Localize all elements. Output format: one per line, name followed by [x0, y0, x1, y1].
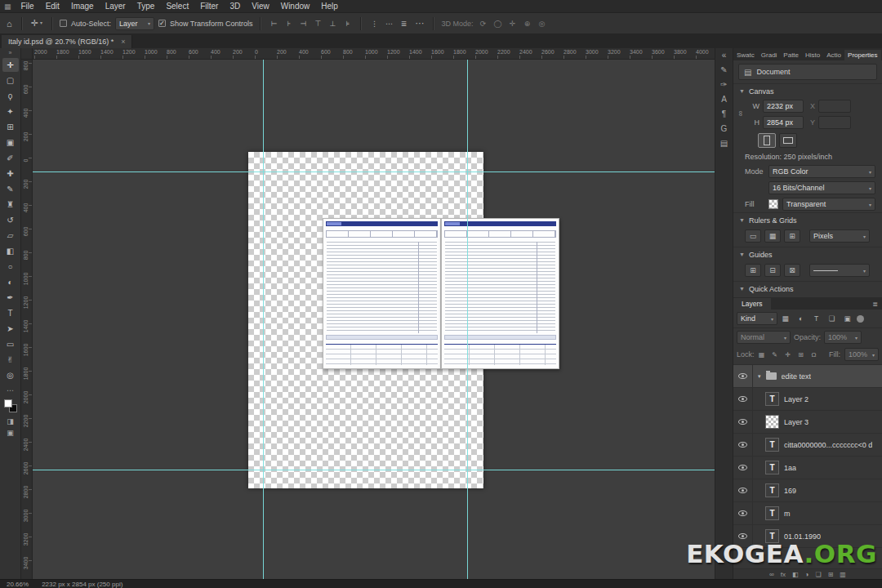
chevron-down-icon[interactable]: ▾	[758, 373, 761, 380]
menu-item-layer[interactable]: Layer	[100, 0, 131, 12]
tab-histo[interactable]: Histo	[802, 50, 823, 60]
visibility-toggle[interactable]	[733, 434, 753, 456]
visibility-toggle[interactable]	[733, 365, 753, 387]
visibility-toggle[interactable]	[733, 411, 753, 433]
tab-properties[interactable]: Properties	[844, 50, 880, 60]
color-mode-select[interactable]: RGB Color ▾	[768, 165, 875, 178]
align-left-icon[interactable]: ⊢	[268, 20, 279, 28]
visibility-toggle[interactable]	[733, 502, 753, 524]
menu-item-select[interactable]: Select	[160, 0, 194, 12]
visibility-toggle[interactable]	[733, 457, 753, 479]
section-rulers-grids[interactable]: ▼ Rulers & Grids	[733, 212, 882, 227]
new-guide-icon[interactable]: ⊞	[745, 264, 761, 277]
slide-3d-icon[interactable]: ⊕	[522, 20, 533, 28]
clone-stamp-tool-icon[interactable]: ♜	[2, 198, 19, 212]
document-preview-page-2[interactable]	[441, 218, 559, 369]
brush-settings-icon[interactable]: ✎	[720, 65, 727, 74]
scale-3d-icon[interactable]: ◎	[537, 20, 548, 28]
align-center-v-icon[interactable]: ⊥	[327, 20, 338, 28]
eraser-tool-icon[interactable]: ▱	[2, 229, 19, 243]
layer-row[interactable]: ▾edite text	[733, 365, 882, 388]
pen-tool-icon[interactable]: ✒	[2, 291, 19, 305]
distribute-spacing-icon[interactable]: ≣	[398, 20, 409, 28]
move-tool-icon[interactable]: ✛	[2, 58, 19, 72]
lasso-tool-icon[interactable]: ϙ	[2, 89, 19, 103]
guide-horizontal-1[interactable]	[33, 172, 715, 172]
roll-3d-icon[interactable]: ◯	[492, 20, 504, 28]
guide-style-select[interactable]: ▾	[809, 264, 870, 277]
link-layers-icon[interactable]: ∞	[769, 571, 774, 578]
hand-tool-icon[interactable]: ✌	[2, 353, 19, 367]
adjustment-layer-icon[interactable]: ◑	[805, 571, 809, 578]
canvas-height-input[interactable]: 2854 px	[763, 116, 804, 129]
align-right-icon[interactable]: ⊣	[297, 20, 309, 28]
menu-item-file[interactable]: File	[16, 0, 40, 12]
menu-item-image[interactable]: Image	[65, 0, 100, 12]
eyedropper-tool-icon[interactable]: ✐	[2, 151, 19, 165]
home-icon[interactable]: ⌂	[5, 19, 14, 29]
auto-select-target-select[interactable]: Layer ▾	[115, 17, 154, 30]
bit-depth-select[interactable]: 16 Bits/Channel ▾	[768, 181, 875, 194]
new-layer-icon[interactable]: ⊞	[828, 571, 834, 578]
distribute-vertical-icon[interactable]: ⋯	[383, 20, 394, 28]
landscape-orientation-button[interactable]	[779, 133, 797, 148]
magic-wand-tool-icon[interactable]: ✦	[2, 105, 19, 118]
lock-all-icon[interactable]: Ω	[809, 351, 819, 359]
layer-row[interactable]: TLayer 2	[733, 388, 882, 411]
path-selection-tool-icon[interactable]: ➤	[2, 322, 19, 336]
horizontal-ruler[interactable]: 2000180016001400120010008006004002000200…	[33, 48, 715, 60]
align-bottom-icon[interactable]: ⊧	[341, 20, 353, 28]
guide-vertical-1[interactable]	[263, 60, 264, 579]
blur-tool-icon[interactable]: ○	[2, 260, 19, 274]
layer-fill-select[interactable]: 100% ▾	[844, 348, 879, 361]
type-tool-icon[interactable]: T	[2, 306, 19, 320]
align-center-h-icon[interactable]: ⊦	[283, 20, 294, 28]
blend-mode-select[interactable]: Normal ▾	[737, 331, 791, 344]
brush-tool-icon[interactable]: ✎	[2, 182, 19, 196]
close-tab-icon[interactable]: ×	[121, 38, 125, 46]
link-dimensions-icon[interactable]: ∞	[737, 111, 745, 116]
tab-layers[interactable]: Layers	[733, 298, 771, 310]
tab-swatc[interactable]: Swatc	[733, 50, 758, 60]
rotate-3d-icon[interactable]: ⟳	[478, 20, 489, 28]
lock-image-pixels-icon[interactable]: ✎	[770, 351, 780, 359]
gradient-tool-icon[interactable]: ◧	[2, 244, 19, 258]
menu-item-help[interactable]: Help	[315, 0, 344, 12]
dodge-tool-icon[interactable]: ◐	[2, 275, 19, 289]
clear-guides-icon[interactable]: ⊠	[784, 264, 800, 277]
edit-toolbar-icon[interactable]: ⋯	[7, 386, 14, 394]
collapse-dock-icon[interactable]: «	[722, 51, 727, 60]
lock-transparent-pixels-icon[interactable]: ▦	[757, 351, 767, 359]
distribute-horizontal-icon[interactable]: ⋮	[368, 20, 380, 28]
units-select[interactable]: Pixels ▾	[809, 229, 870, 243]
tab-actio[interactable]: Actio	[823, 50, 844, 60]
canvas-width-input[interactable]: 2232 px	[763, 100, 804, 113]
vertical-ruler[interactable]: 8006004002000200400600800100012001400160…	[21, 60, 33, 579]
toggle-grid-icon[interactable]: ▦	[764, 229, 781, 243]
quick-mask-icon[interactable]: ◨	[7, 417, 14, 425]
marquee-tool-icon[interactable]: ▢	[2, 74, 19, 87]
menu-item-type[interactable]: Type	[131, 0, 161, 12]
section-guides[interactable]: ▼ Guides	[733, 247, 882, 261]
tab-gradi[interactable]: Gradi	[758, 50, 781, 60]
frame-tool-icon[interactable]: ▣	[2, 136, 19, 149]
filter-group-layers-icon[interactable]: ❏	[826, 313, 838, 324]
lock-artboard-icon[interactable]: ⊞	[796, 351, 806, 359]
filter-adjustment-layers-icon[interactable]: ◐	[795, 313, 807, 324]
layer-row[interactable]: T1aa	[733, 457, 882, 479]
toggle-rulers-icon[interactable]: ▭	[745, 229, 761, 243]
panel-menu-icon[interactable]: ≣	[868, 301, 882, 310]
move-tool-preset-icon[interactable]: ✛▾	[29, 18, 44, 29]
align-top-icon[interactable]: ⊤	[312, 20, 323, 28]
filter-smart-objects-icon[interactable]: ▣	[841, 313, 853, 324]
canvas-fill-select[interactable]: Transparent ▾	[782, 198, 875, 211]
document-size[interactable]: 2232 px x 2854 px (250 ppi)	[42, 581, 122, 588]
drag-3d-icon[interactable]: ✛	[507, 20, 519, 28]
auto-select-checkbox[interactable]	[60, 20, 67, 27]
paragraph-panel-icon[interactable]: ¶	[722, 109, 726, 118]
portrait-orientation-button[interactable]	[758, 133, 776, 148]
layer-row[interactable]: Tcitta0000000...ccccccc<0 d	[733, 434, 882, 457]
layer-row[interactable]: T169	[733, 479, 882, 502]
tab-patte[interactable]: Patte	[780, 50, 802, 60]
menu-item-window[interactable]: Window	[275, 0, 316, 12]
